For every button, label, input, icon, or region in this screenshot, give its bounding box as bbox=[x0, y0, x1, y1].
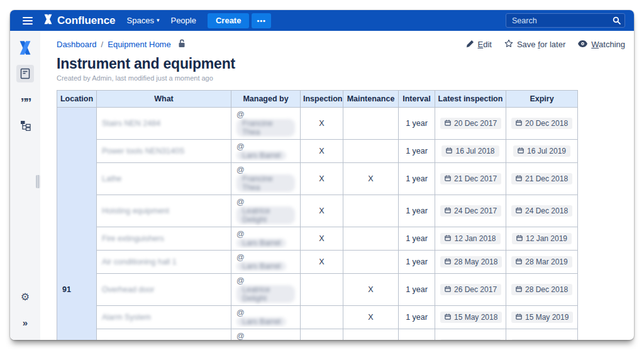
mention-at-symbol: @ bbox=[236, 142, 245, 151]
main-content: Dashboard / Equipment Home Edit bbox=[40, 31, 634, 340]
interval-cell: 1 year bbox=[399, 306, 435, 329]
calendar-icon bbox=[516, 234, 523, 243]
interval-cell: 1 year bbox=[399, 251, 435, 274]
col-location: Location bbox=[57, 91, 97, 108]
expand-sidebar-icon[interactable]: » bbox=[16, 313, 34, 331]
breadcrumb-dashboard[interactable]: Dashboard bbox=[57, 40, 97, 49]
latest-inspection-cell: 26 Sep 2018 bbox=[435, 329, 506, 341]
search-icon[interactable] bbox=[613, 16, 621, 26]
date-text: 28 May 2018 bbox=[454, 257, 497, 266]
col-maintenance: Maintenance bbox=[343, 91, 399, 108]
user-mention-redacted[interactable]: Lars Barrel bbox=[236, 151, 286, 160]
what-text-redacted: Air conditioning hall 1 bbox=[102, 257, 177, 266]
col-what: What bbox=[97, 91, 231, 108]
calendar-icon bbox=[516, 313, 522, 322]
date-text: 12 Jan 2018 bbox=[454, 234, 496, 243]
date-lozenge: 21 Dec 2018 bbox=[511, 173, 572, 184]
search-box bbox=[506, 13, 625, 28]
user-mention-redacted[interactable]: Lars Barrel bbox=[236, 239, 286, 247]
date-lozenge: 26 Dec 2017 bbox=[440, 284, 501, 295]
managed-by-cell: @ Francine Thea bbox=[231, 329, 301, 341]
table-row: Power tools NEN3140S@ Lars BarrelX1 year… bbox=[57, 140, 578, 163]
calendar-icon bbox=[445, 313, 451, 322]
date-lozenge: 16 Jul 2019 bbox=[513, 145, 570, 157]
edit-button[interactable]: Edit bbox=[466, 40, 492, 50]
date-lozenge: 12 Jan 2019 bbox=[512, 233, 572, 244]
mention-at-symbol: @ bbox=[236, 166, 245, 174]
what-text-redacted: Alarm System bbox=[102, 313, 151, 322]
inspection-cell: X bbox=[301, 163, 343, 195]
user-mention-redacted[interactable]: Francine Thea bbox=[236, 119, 295, 137]
date-text: 21 Dec 2018 bbox=[525, 174, 568, 183]
maintenance-cell bbox=[343, 329, 399, 341]
latest-inspection-cell: 28 May 2018 bbox=[435, 251, 506, 274]
watching-button[interactable]: Watching bbox=[578, 40, 625, 49]
pages-icon[interactable] bbox=[16, 65, 34, 82]
sidebar-resize-handle[interactable] bbox=[36, 175, 40, 188]
date-text: 28 Dec 2018 bbox=[525, 285, 568, 294]
interval-cell: 1 year bbox=[399, 227, 435, 251]
latest-inspection-cell: 15 May 2018 bbox=[435, 306, 506, 329]
managed-by-cell: @ Leatrice Delight bbox=[231, 274, 301, 306]
confluence-logo-icon bbox=[43, 14, 53, 28]
latest-inspection-cell: 16 Jul 2018 bbox=[435, 140, 506, 163]
latest-inspection-cell: 24 Dec 2017 bbox=[435, 195, 506, 227]
table-row: Alarm System@ Lars BarrelX1 year15 May 2… bbox=[57, 306, 578, 329]
calendar-icon bbox=[518, 147, 524, 155]
col-managed-by: Managed by bbox=[231, 91, 301, 108]
table-row: Lathe@ Francine TheaXX1 year21 Dec 20172… bbox=[57, 163, 578, 195]
search-input[interactable] bbox=[506, 13, 625, 28]
breadcrumb-equipment-home[interactable]: Equipment Home bbox=[108, 40, 170, 49]
confluence-logo[interactable]: Confluence bbox=[43, 14, 116, 28]
expiry-cell: 28 Mar 2019 bbox=[506, 251, 578, 274]
settings-gear-icon[interactable]: ⚙ bbox=[16, 288, 34, 305]
date-lozenge: 26 Sep 2019 bbox=[511, 339, 572, 340]
what-cell: Air conditioning hall 1 bbox=[97, 251, 231, 274]
col-inspection: Inspection bbox=[301, 91, 343, 108]
latest-inspection-cell: 20 Dec 2017 bbox=[435, 108, 506, 140]
date-lozenge: 24 Dec 2018 bbox=[511, 205, 572, 217]
date-text: 21 Dec 2017 bbox=[454, 174, 497, 183]
date-text: 28 Mar 2019 bbox=[525, 257, 567, 266]
calendar-icon bbox=[516, 257, 522, 266]
what-text-redacted: Stairs NEN 2484 bbox=[102, 119, 160, 128]
create-button[interactable]: Create bbox=[208, 13, 249, 28]
expiry-cell: 20 Dec 2018 bbox=[506, 108, 578, 140]
expiry-cell: 26 Sep 2019 bbox=[506, 329, 578, 341]
star-icon bbox=[504, 39, 513, 50]
location-cell: 91 bbox=[57, 108, 97, 341]
blog-quote-icon[interactable]: ”” bbox=[16, 91, 34, 108]
calendar-icon bbox=[516, 285, 522, 294]
date-text: 16 Jul 2018 bbox=[455, 147, 494, 155]
inspection-cell: X bbox=[301, 195, 343, 227]
nav-people[interactable]: People bbox=[170, 16, 196, 25]
app-window: Confluence Spaces▾ People Create ••• bbox=[10, 10, 634, 340]
managed-by-cell: @ Lars Barrel bbox=[231, 251, 301, 274]
unlock-icon[interactable] bbox=[177, 39, 186, 50]
equipment-table-body: 91Stairs NEN 2484@ Francine TheaX1 year2… bbox=[57, 108, 578, 341]
menu-icon[interactable] bbox=[23, 17, 33, 25]
mention-at-symbol: @ bbox=[236, 110, 245, 119]
interval-cell: 1 year bbox=[399, 108, 435, 140]
user-mention-redacted[interactable]: Francine Thea bbox=[236, 174, 295, 192]
date-lozenge: 12 Jan 2018 bbox=[440, 233, 500, 244]
user-mention-redacted[interactable]: Leatrice Delight bbox=[236, 285, 295, 303]
date-lozenge: 24 Dec 2017 bbox=[440, 205, 501, 217]
space-logo-icon[interactable] bbox=[16, 39, 34, 57]
maintenance-cell bbox=[343, 227, 399, 251]
more-button[interactable]: ••• bbox=[252, 13, 271, 28]
page-title: Instrument and equipment bbox=[57, 55, 625, 72]
user-mention-redacted[interactable]: Lars Barrel bbox=[236, 262, 286, 271]
user-mention-redacted[interactable]: Leatrice Delight bbox=[236, 206, 295, 224]
maintenance-cell: X bbox=[343, 306, 399, 329]
calendar-icon bbox=[445, 174, 451, 183]
mention-at-symbol: @ bbox=[236, 230, 245, 239]
date-text: 15 May 2018 bbox=[454, 313, 497, 322]
calendar-icon bbox=[446, 147, 452, 155]
inspection-cell bbox=[301, 274, 343, 306]
save-for-later-button[interactable]: Save for later bbox=[504, 39, 565, 50]
nav-spaces[interactable]: Spaces▾ bbox=[127, 16, 160, 25]
maintenance-cell bbox=[343, 140, 399, 163]
page-tree-icon[interactable] bbox=[16, 116, 34, 134]
user-mention-redacted[interactable]: Lars Barrel bbox=[236, 317, 286, 326]
